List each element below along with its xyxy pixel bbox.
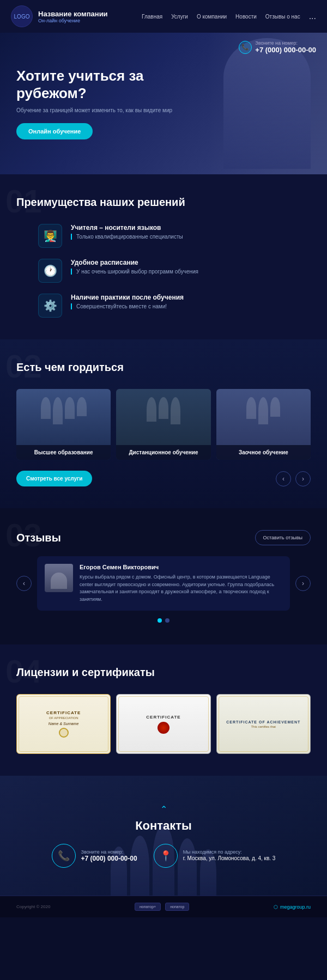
proud-card-1[interactable]: Дистанционное обучение [116,389,210,460]
certs-row: CERTIFICATE OF APPRECIATION Name & Surna… [16,694,311,754]
advantage-desc-2: Совершенствуйтесь вместе с нами! [71,303,184,309]
logo-circle: LOGO [11,5,33,27]
footer-brand-text: megagroup.ru [280,904,311,910]
contact-phone-number: +7 (000) 000-00-00 [81,855,137,862]
people-silhouettes-0 [41,397,87,424]
review-prev-arrow[interactable]: ‹ [16,576,32,591]
hero-cta-button[interactable]: Онлайн обучение [16,123,93,139]
advantage-desc-1: У нас очень широкий выбор программ обуче… [71,269,198,275]
main-nav: Главная Услуги О компании Новости Отзывы… [142,11,316,21]
advantage-item-2: ⚙️ Наличие практики после обучения Совер… [38,294,311,318]
dot-0[interactable] [158,618,162,623]
advantage-title-1: Удобное расписание [71,259,198,266]
contact-address-text: Мы находимся по адресу: г. Москва, ул. Л… [183,849,276,862]
contact-address-block: 📍 Мы находимся по адресу: г. Москва, ул.… [154,844,276,868]
next-arrow-button[interactable]: › [295,471,311,486]
see-all-button[interactable]: Смотреть все услуги [16,471,92,486]
advantage-title-2: Наличие практики после обучения [71,294,184,301]
person-sil [159,397,168,419]
footer-logo-2[interactable]: нопатор [165,903,189,911]
cert-title-1: CERTIFICATE [146,715,180,720]
contact-address-value: г. Москва, ул. Ломоносова, д. 4, кв. 3 [183,855,276,862]
hero-heading: Хотите учиться за рубежом? [16,68,191,101]
hero-phone-label: Звоните на номер: [255,40,316,46]
carousel-dots [16,618,311,623]
nav-reviews[interactable]: Отзывы о нас [265,14,300,20]
proud-cards: Высшее образование Дистанционное обучени… [16,389,311,460]
person-sil [258,397,268,424]
company-tagline: Он-лайн обучение [38,18,108,23]
card-label-1: Дистанционное обучение [116,445,210,460]
hero-subheading: Обучение за границей может изменить то, … [16,107,191,113]
prev-arrow-button[interactable]: ‹ [276,471,291,486]
nav-news[interactable]: Новости [235,14,257,20]
advantage-icon-0: 👨‍🏫 [38,224,62,248]
contacts-info: 📞 Звоните на номер: +7 (000) 000-00-00 📍… [52,844,276,868]
person-sil [270,397,280,417]
contact-address-icon: 📍 [154,844,178,868]
chevron-up-icon: ⌃ [160,804,167,814]
card-label-2: Заочное обучение [216,445,311,460]
hero-bg-person [207,33,327,174]
cert-item-0[interactable]: CERTIFICATE OF APPRECIATION Name & Surna… [16,694,111,754]
review-avatar-0 [45,564,73,592]
contact-address-label: Мы находимся по адресу: [183,849,276,855]
proud-section: 02 Есть чем гордиться Высшее образование [0,339,327,508]
cert-subtitle-2: This certifies that [251,725,276,728]
reviews-section: 03 Отзывы Оставить отзывы ‹ Егоров Семен… [0,508,327,644]
dot-1[interactable] [165,618,169,623]
nav-home[interactable]: Главная [142,14,162,20]
advantage-title-0: Учителя – носители языков [71,224,183,232]
contacts-section: ⌃ Контакты 📞 Звоните на номер: +7 (000) … [0,776,327,896]
proud-card-0[interactable]: Высшее образование [16,389,111,460]
cert-item-2[interactable]: Certificate of Achievement This certifie… [216,694,311,754]
leave-review-button[interactable]: Оставить отзывы [255,530,311,545]
avatar-face [51,573,67,589]
contacts-title: Контакты [135,819,192,833]
advantage-item-0: 👨‍🏫 Учителя – носители языков Только ква… [38,224,311,248]
advantage-text-2: Наличие практики после обучения Совершен… [71,294,184,309]
advantage-icon-2: ⚙️ [38,294,62,318]
licenses-title: Лицензии и сертификаты [16,666,311,679]
nav-more-icon[interactable]: ... [309,11,316,21]
advantage-desc-0: Только квалифицированные специалисты [71,234,183,240]
people-silhouettes-2 [246,397,280,424]
contact-phone-label: Звоните на номер: [81,849,137,855]
person-sil [147,397,156,422]
review-author-0: Егоров Семен Викторович [80,564,282,570]
advantages-list: 👨‍🏫 Учителя – носители языков Только ква… [38,224,311,318]
proud-title: Есть чем гордиться [16,361,311,374]
section-num-03: 03 [5,519,42,552]
reviews-header: Отзывы Оставить отзывы [16,530,311,545]
person-sil [65,397,75,419]
cert-subtitle-0: OF APPRECIATION [49,716,78,720]
footer-logo-1[interactable]: нопатор+ [135,903,161,911]
logo-area: LOGO Название компании Он-лайн обучение [11,5,108,27]
contact-phone-text: Звоните на номер: +7 (000) 000-00-00 [81,849,137,862]
proud-card-2[interactable]: Заочное обучение [216,389,311,460]
header: LOGO Название компании Он-лайн обучение … [0,0,327,33]
person-sil [246,397,256,419]
section-num-01: 01 [5,185,42,218]
card-people-1 [116,389,210,433]
footer-brand[interactable]: ⬡ megagroup.ru [274,904,311,910]
hero-person-silhouette [223,38,311,169]
hero-section: 📞 Звоните на номер: +7 (000) 000-00-00 Х… [0,33,327,174]
person-sil [53,397,63,424]
hero-phone-number: +7 (000) 000-00-00 [255,46,316,54]
person-sil [41,397,51,419]
nav-about[interactable]: О компании [197,14,227,20]
cert-item-1[interactable]: CERTIFICATE [116,694,210,754]
hero-content: Хотите учиться за рубежом? Обучение за г… [16,68,191,139]
company-name: Название компании [38,10,108,18]
review-next-arrow[interactable]: › [295,576,311,591]
review-card-0: Егоров Семен Викторович Курсы выбрала ря… [37,556,290,611]
megagroup-icon: ⬡ [274,904,278,910]
cert-name-0: Name & Surname [49,722,79,726]
person-sil [171,397,180,424]
licenses-section: 04 Лицензии и сертификаты CERTIFICATE OF… [0,644,327,776]
advantage-item-1: 🕐 Удобное расписание У нас очень широкий… [38,259,311,283]
person-sil [77,397,87,416]
footer-logos: нопатор+ нопатор [135,903,190,911]
nav-services[interactable]: Услуги [171,14,188,20]
